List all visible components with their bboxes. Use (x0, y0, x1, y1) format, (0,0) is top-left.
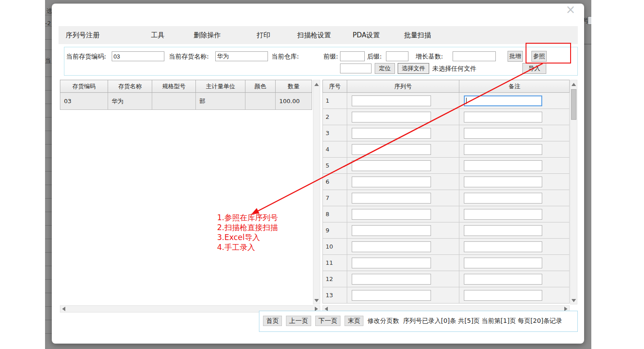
warehouse-label: 当前仓库: (272, 51, 299, 61)
row-number-cell: 3 (323, 125, 347, 141)
row-number-cell: 2 (323, 109, 347, 125)
serial-column-header: 备注 (459, 80, 570, 93)
serial-input[interactable] (352, 241, 431, 252)
serial-input[interactable] (352, 209, 431, 220)
close-icon[interactable]: × (563, 2, 578, 17)
modify-page-size-link[interactable]: 修改分页数 (367, 316, 399, 326)
menu-item-5[interactable]: 扫描枪设置 (297, 26, 331, 44)
inv-code-input[interactable] (112, 51, 164, 61)
next-page-button[interactable]: 下一页 (315, 316, 340, 326)
backdrop-fragment-line (584, 44, 591, 45)
serial-input[interactable] (352, 177, 431, 187)
inventory-column-header: 存货名称 (108, 80, 152, 93)
inventory-column-header: 数量 (276, 80, 312, 93)
locate-button[interactable]: 定位 (375, 63, 395, 74)
remark-input[interactable] (464, 274, 542, 285)
serial-table-row: 10 (323, 239, 570, 255)
backdrop-fragment-line (45, 279, 52, 280)
row-number-cell: 11 (323, 255, 347, 271)
first-page-button[interactable]: 首页 (263, 316, 282, 326)
suffix-input[interactable] (386, 51, 408, 61)
scroll-left-icon[interactable] (62, 307, 65, 311)
dialog-menubar: 序列号注册工具删除操作打印扫描枪设置PDA设置批量扫描 (59, 26, 578, 44)
remark-input[interactable] (464, 241, 542, 252)
row-number-cell: 13 (323, 287, 347, 304)
row-number-cell: 6 (323, 174, 347, 190)
remark-input[interactable] (464, 128, 542, 139)
serial-table-row: 11 (323, 255, 570, 271)
serial-table-row: 4 (323, 141, 570, 158)
serial-input[interactable] (352, 160, 431, 171)
backdrop-fragment-line (45, 333, 52, 334)
base-number-input[interactable] (453, 51, 496, 61)
remark-input[interactable] (464, 112, 542, 122)
base-number-label: 增长基数: (416, 51, 443, 61)
backdrop-fragment-line (45, 239, 52, 239)
row-number-cell: 8 (323, 206, 347, 222)
remark-input[interactable] (464, 258, 542, 268)
scroll-up-icon[interactable] (571, 83, 576, 86)
serial-vertical-scrollbar[interactable] (570, 80, 577, 304)
remark-input[interactable] (464, 95, 542, 106)
remark-input[interactable] (464, 225, 542, 236)
scroll-down-icon[interactable] (314, 299, 319, 302)
pagination-bar: 首页 上一页 下一页 末页 修改分页数 序列号已录入[0]条 共[5]页 当前第… (259, 311, 578, 332)
scroll-up-icon[interactable] (314, 83, 319, 86)
annotation-line: 4.手工录入 (217, 242, 278, 252)
inventory-column-header: 颜色 (245, 80, 276, 93)
backdrop-fragment-text: -2 (45, 20, 52, 27)
serial-input[interactable] (352, 193, 431, 204)
remark-input[interactable] (464, 209, 542, 220)
menu-item-3[interactable]: 删除操作 (194, 26, 221, 44)
serial-input[interactable] (352, 128, 431, 139)
backdrop-fragment-line (45, 63, 52, 63)
annotation-line: 3.Excel导入 (217, 232, 278, 242)
inventory-vertical-scrollbar[interactable] (313, 80, 320, 304)
serial-table-row: 13 (323, 287, 570, 304)
inventory-table-row[interactable]: 03华为部100.00 (60, 93, 312, 110)
serial-input[interactable] (352, 95, 431, 106)
serial-table-row: 2 (323, 109, 570, 125)
remark-input[interactable] (464, 290, 542, 301)
scroll-down-icon[interactable] (571, 299, 576, 302)
remark-input[interactable] (464, 144, 542, 155)
row-number-cell: 12 (323, 271, 347, 287)
suffix-label: 后缀: (367, 51, 382, 61)
inventory-grid-panel: 存货编码存货名称规格型号主计量单位颜色数量03华为部100.00 (60, 80, 312, 304)
serial-input[interactable] (352, 258, 431, 268)
reference-highlight-rectangle (526, 43, 571, 63)
menu-item-7[interactable]: 批量扫描 (404, 26, 431, 44)
serial-input[interactable] (352, 290, 431, 301)
menu-item-4[interactable]: 打印 (257, 26, 270, 44)
serial-input[interactable] (352, 144, 431, 155)
serial-input[interactable] (352, 112, 431, 122)
backdrop-fragment-line (45, 212, 52, 212)
prev-page-button[interactable]: 上一页 (286, 316, 311, 326)
backdrop-fragment-line (45, 185, 52, 185)
serial-input[interactable] (352, 225, 431, 236)
import-button[interactable]: 导入 (522, 63, 546, 74)
backdrop-fragment-line (45, 252, 52, 253)
menu-item-1[interactable]: 序列号注册 (66, 26, 100, 44)
remark-input[interactable] (464, 177, 542, 187)
backdrop-fragment-line (45, 117, 52, 118)
backdrop-fragment-line (45, 26, 52, 27)
menu-item-6[interactable]: PDA设置 (353, 26, 380, 44)
choose-file-button[interactable]: 选择文件 (398, 63, 429, 74)
batch-add-button[interactable]: 批增 (508, 51, 523, 62)
last-page-button[interactable]: 末页 (345, 316, 363, 326)
backdrop-fragment-line (45, 90, 52, 91)
inv-name-input[interactable] (215, 51, 268, 61)
inventory-column-header: 主计量单位 (196, 80, 245, 93)
row-number-cell: 7 (323, 190, 347, 206)
serial-input[interactable] (352, 274, 431, 285)
serial-table-row: 6 (323, 174, 570, 190)
prefix-input[interactable] (340, 51, 365, 61)
backdrop-fragment-line (45, 104, 52, 104)
remark-input[interactable] (464, 160, 542, 171)
serial-table-row: 3 (323, 125, 570, 141)
remark-input[interactable] (464, 193, 542, 204)
menu-item-2[interactable]: 工具 (151, 26, 164, 44)
locate-input[interactable] (340, 63, 372, 73)
scrollbar-thumb[interactable] (571, 89, 576, 120)
